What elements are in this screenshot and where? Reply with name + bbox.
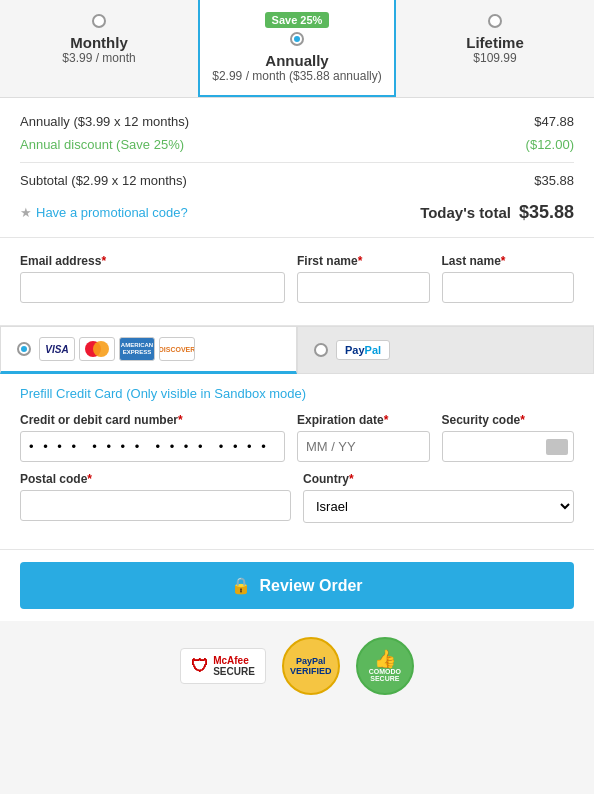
paypal-badge-line1: PayPal xyxy=(296,656,326,666)
email-input[interactable] xyxy=(20,272,285,303)
lname-group: Last name* xyxy=(442,254,575,303)
review-order-label: Review Order xyxy=(259,577,362,595)
mcafee-text: McAfee SECURE xyxy=(213,655,255,677)
summary-annually-amount: $47.88 xyxy=(534,114,574,129)
fname-required: * xyxy=(358,254,363,268)
lname-label: Last name* xyxy=(442,254,575,268)
paypal-verified-badge: PayPal VERIFIED xyxy=(282,637,340,695)
security-badges: 🛡 McAfee SECURE PayPal VERIFIED 👍 COMODO… xyxy=(0,621,594,711)
plan-lifetime-name: Lifetime xyxy=(406,34,584,51)
fname-input[interactable] xyxy=(297,272,430,303)
summary-discount-amount: ($12.00) xyxy=(526,137,574,152)
comodo-line2: SECURE xyxy=(370,675,399,682)
plan-annually-radio[interactable] xyxy=(290,32,304,46)
summary-divider xyxy=(20,162,574,163)
country-group: Country* Israel United States United Kin… xyxy=(303,472,574,523)
card-row-1: Credit or debit card number* Expiration … xyxy=(20,413,574,462)
order-summary: Annually ($3.99 x 12 months) $47.88 Annu… xyxy=(0,98,594,238)
plan-monthly-radio[interactable] xyxy=(92,14,106,28)
card-icons: VISA AMERICANEXPRESS DISCOVER xyxy=(39,337,195,361)
country-label: Country* xyxy=(303,472,574,486)
visa-icon: VISA xyxy=(39,337,75,361)
plan-monthly-name: Monthly xyxy=(10,34,188,51)
review-order-button[interactable]: 🔒 Review Order xyxy=(20,562,574,609)
plan-lifetime[interactable]: Lifetime $109.99 xyxy=(396,0,594,97)
exp-group: Expiration date* xyxy=(297,413,430,462)
payment-tab-card[interactable]: VISA AMERICANEXPRESS DISCOVER xyxy=(0,326,297,374)
card-number-group: Credit or debit card number* xyxy=(20,413,285,462)
amex-icon: AMERICANEXPRESS xyxy=(119,337,155,361)
cvv-group: Security code* xyxy=(442,413,575,462)
mastercard-icon xyxy=(79,337,115,361)
lname-input[interactable] xyxy=(442,272,575,303)
email-group: Email address* xyxy=(20,254,285,303)
card-row-2: Postal code* Country* Israel United Stat… xyxy=(20,472,574,523)
mcafee-icon: 🛡 xyxy=(191,656,209,677)
total-label: Today's total xyxy=(420,204,511,221)
card-form: Prefill Credit Card (Only visible in San… xyxy=(0,374,594,549)
form-row-1: Email address* First name* Last name* xyxy=(20,254,574,303)
mcafee-line2: SECURE xyxy=(213,666,255,677)
paypal-tab-radio[interactable] xyxy=(314,343,328,357)
exp-label: Expiration date* xyxy=(297,413,430,427)
personal-info-form: Email address* First name* Last name* xyxy=(0,238,594,326)
card-number-input[interactable] xyxy=(20,431,285,462)
plan-annually-price: $2.99 / month ($35.88 annually) xyxy=(208,69,386,83)
discover-icon: DISCOVER xyxy=(159,337,195,361)
total-amount: $35.88 xyxy=(519,202,574,223)
card-number-label: Credit or debit card number* xyxy=(20,413,285,427)
email-label: Email address* xyxy=(20,254,285,268)
plan-lifetime-price: $109.99 xyxy=(406,51,584,65)
comodo-line1: COMODO xyxy=(369,668,401,675)
card-tab-radio[interactable] xyxy=(17,342,31,356)
postal-label: Postal code* xyxy=(20,472,291,486)
summary-subtotal-amount: $35.88 xyxy=(534,173,574,188)
payment-tab-paypal[interactable]: PayPal xyxy=(297,326,594,374)
email-required: * xyxy=(101,254,106,268)
summary-annually-label: Annually ($3.99 x 12 months) xyxy=(20,114,189,129)
promo-row: ★Have a promotional code? Today's total … xyxy=(20,192,574,225)
star-icon: ★ xyxy=(20,205,32,220)
fname-group: First name* xyxy=(297,254,430,303)
plan-monthly[interactable]: Monthly $3.99 / month xyxy=(0,0,198,97)
promo-link[interactable]: ★Have a promotional code? xyxy=(20,205,188,220)
total-area: Today's total $35.88 xyxy=(420,202,574,223)
postal-input[interactable] xyxy=(20,490,291,521)
comodo-icon: 👍 xyxy=(374,650,396,668)
review-btn-section: 🔒 Review Order xyxy=(0,549,594,621)
cvv-label: Security code* xyxy=(442,413,575,427)
plans-row: Monthly $3.99 / month Save 25% Annually … xyxy=(0,0,594,98)
summary-discount-label: Annual discount (Save 25%) xyxy=(20,137,184,152)
fname-label: First name* xyxy=(297,254,430,268)
summary-annually-row: Annually ($3.99 x 12 months) $47.88 xyxy=(20,110,574,133)
mcafee-line1: McAfee xyxy=(213,655,255,666)
country-select[interactable]: Israel United States United Kingdom Cana… xyxy=(303,490,574,523)
paypal-badge-line2: VERIFIED xyxy=(290,666,332,676)
plan-annually-name: Annually xyxy=(208,52,386,69)
summary-subtotal-row: Subtotal ($2.99 x 12 months) $35.88 xyxy=(20,169,574,192)
svg-point-1 xyxy=(93,341,109,357)
summary-subtotal-label: Subtotal ($2.99 x 12 months) xyxy=(20,173,187,188)
save-badge: Save 25% xyxy=(265,12,330,28)
cvv-wrapper xyxy=(442,431,575,462)
payment-tabs: VISA AMERICANEXPRESS DISCOVER PayPal xyxy=(0,326,594,374)
lock-icon: 🔒 xyxy=(231,576,251,595)
cvv-card-icon xyxy=(546,439,568,455)
plan-annually[interactable]: Save 25% Annually $2.99 / month ($35.88 … xyxy=(198,0,396,97)
prefill-text: Prefill Credit Card (Only visible in San… xyxy=(20,386,574,401)
summary-discount-row: Annual discount (Save 25%) ($12.00) xyxy=(20,133,574,156)
mcafee-badge: 🛡 McAfee SECURE xyxy=(180,648,266,684)
comodo-badge: 👍 COMODO SECURE xyxy=(356,637,414,695)
promo-label: Have a promotional code? xyxy=(36,205,188,220)
exp-input[interactable] xyxy=(297,431,430,462)
lname-required: * xyxy=(501,254,506,268)
payment-section: VISA AMERICANEXPRESS DISCOVER PayPal Pre… xyxy=(0,326,594,549)
paypal-icon: PayPal xyxy=(336,340,390,360)
postal-group: Postal code* xyxy=(20,472,291,523)
plan-monthly-price: $3.99 / month xyxy=(10,51,188,65)
plan-lifetime-radio[interactable] xyxy=(488,14,502,28)
